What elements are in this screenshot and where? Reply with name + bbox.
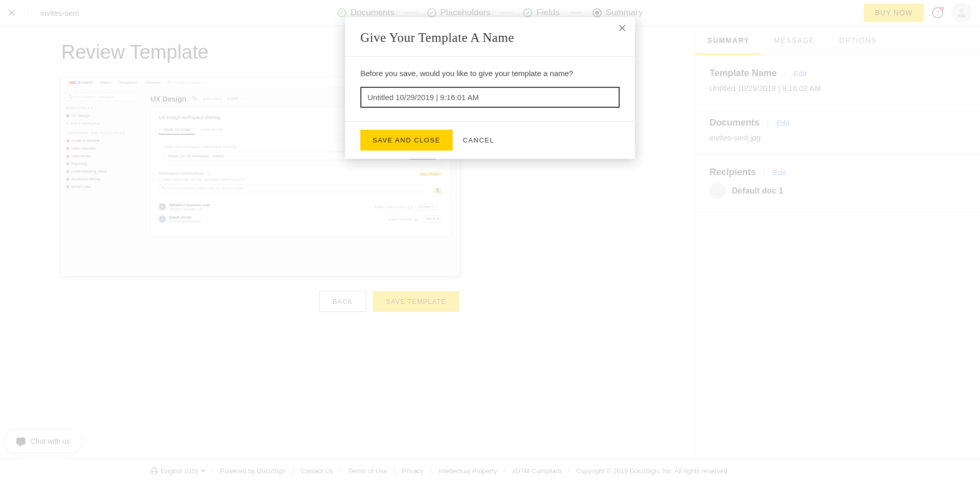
modal-prompt: Before you save, would you like to give …: [360, 69, 620, 78]
modal-footer: SAVE AND CLOSE CANCEL: [345, 121, 635, 159]
modal-title: Give Your Template A Name: [360, 31, 620, 45]
modal-body: Before you save, would you like to give …: [345, 57, 635, 121]
name-template-modal: Give Your Template A Name Before you sav…: [345, 17, 635, 159]
close-icon[interactable]: [619, 25, 626, 32]
save-and-close-button[interactable]: SAVE AND CLOSE: [360, 130, 453, 151]
template-name-input[interactable]: [360, 87, 620, 108]
modal-header: Give Your Template A Name: [345, 17, 635, 57]
cancel-button[interactable]: CANCEL: [463, 136, 495, 144]
